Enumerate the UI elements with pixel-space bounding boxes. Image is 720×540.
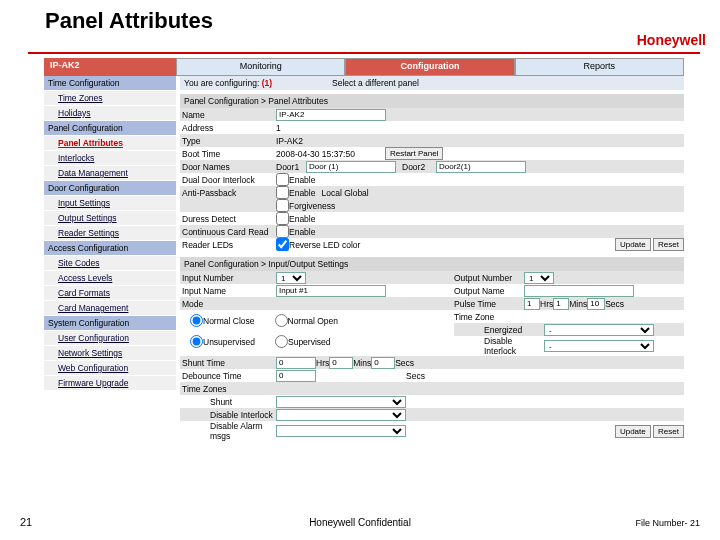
dual-door-checkbox[interactable] [276,173,289,186]
update-button[interactable]: Update [615,238,651,251]
anti-enable-label: Enable [289,188,315,198]
anti-enable-checkbox[interactable] [276,186,289,199]
input-name-label: Input Name [180,286,276,296]
out-timezone-label: Time Zone [454,312,524,322]
cont-card-checkbox[interactable] [276,225,289,238]
tab-reports[interactable]: Reports [515,58,684,76]
sidebar-section-time: Time Configuration [44,76,176,91]
sidebar-item-reader-settings[interactable]: Reader Settings [44,226,176,241]
energized-select[interactable]: - [544,324,654,336]
door2-label: Door2 [402,162,436,172]
input-number-select[interactable]: 1 [276,272,306,284]
address-label: Address [180,123,276,133]
output-number-select[interactable]: 1 [524,272,554,284]
tz-shunt-label: Shunt [180,397,276,407]
reverse-led-checkbox[interactable] [276,238,289,251]
top-nav: IP-AK2 Monitoring Configuration Reports [44,58,684,76]
pulse-secs-input[interactable] [587,298,605,310]
boot-time-value: 2008-04-30 15:37:50 [276,149,355,159]
unsupervised-radio[interactable] [190,335,203,348]
sidebar: Time Configuration Time Zones Holidays P… [44,76,176,441]
output-name-label: Output Name [454,286,524,296]
tz-shunt-select[interactable] [276,396,406,408]
divider [28,52,700,54]
shunt-hrs-input[interactable] [276,357,316,369]
sidebar-item-user-config[interactable]: User Configuration [44,331,176,346]
shunt-mins-unit: Mins [353,358,371,368]
reverse-led-label: Reverse LED color [289,240,360,250]
sidebar-item-card-management[interactable]: Card Management [44,301,176,316]
energized-label: Energized [454,325,544,335]
sidebar-item-card-formats[interactable]: Card Formats [44,286,176,301]
door1-input[interactable] [306,161,396,173]
door2-input[interactable] [436,161,526,173]
sidebar-item-time-zones[interactable]: Time Zones [44,91,176,106]
sidebar-item-input-settings[interactable]: Input Settings [44,196,176,211]
sidebar-item-access-levels[interactable]: Access Levels [44,271,176,286]
duress-label: Duress Detect [180,214,276,224]
duress-checkbox[interactable] [276,212,289,225]
reader-leds-label: Reader LEDs [180,240,276,250]
cont-card-enable: Enable [289,227,315,237]
tab-monitoring[interactable]: Monitoring [176,58,345,76]
breadcrumb: Panel Configuration > Panel Attributes [180,94,684,108]
sidebar-section-door: Door Configuration [44,181,176,196]
anti-mode-label: Local Global [321,188,368,198]
dual-door-label: Dual Door Interlock [180,175,276,185]
reset-button[interactable]: Reset [653,238,684,251]
tz-disable-interlock-select[interactable] [276,409,406,421]
device-label: IP-AK2 [44,58,176,76]
pulse-mins-input[interactable] [553,298,569,310]
sidebar-item-firmware-upgrade[interactable]: Firmware Upgrade [44,376,176,391]
input-name-input[interactable] [276,285,386,297]
debounce-secs-unit: Secs [406,371,425,381]
sidebar-item-output-settings[interactable]: Output Settings [44,211,176,226]
file-number: File Number- 21 [635,518,700,528]
brand-logo: Honeywell [637,32,706,48]
sidebar-item-data-management[interactable]: Data Management [44,166,176,181]
door-names-label: Door Names [180,162,276,172]
timezones-label: Time Zones [180,384,276,394]
duress-enable: Enable [289,214,315,224]
dual-door-enable: Enable [289,175,315,185]
tz-disable-interlock-label: Disable Interlock [180,410,276,420]
sidebar-item-panel-attributes[interactable]: Panel Attributes [44,136,176,151]
normal-close-radio[interactable] [190,314,203,327]
debounce-label: Debounce Time [180,371,276,381]
disable-interlock-out-select[interactable]: - [544,340,654,352]
sidebar-item-site-codes[interactable]: Site Codes [44,256,176,271]
sidebar-item-network-settings[interactable]: Network Settings [44,346,176,361]
io-reset-button[interactable]: Reset [653,425,684,438]
sidebar-item-interlocks[interactable]: Interlocks [44,151,176,166]
shunt-secs-unit: Secs [395,358,414,368]
output-name-input[interactable] [524,285,634,297]
type-label: Type [180,136,276,146]
shunt-mins-input[interactable] [329,357,353,369]
anti-forgive-checkbox[interactable] [276,199,289,212]
supervised-radio[interactable] [275,335,288,348]
pulse-mins-unit: Mins [569,299,587,309]
output-number-label: Output Number [454,273,524,283]
sidebar-item-web-config[interactable]: Web Configuration [44,361,176,376]
normal-open-label: Normal Open [288,316,339,326]
tz-disable-alarm-select[interactable] [276,425,406,437]
name-input[interactable] [276,109,386,121]
normal-open-radio[interactable] [275,314,288,327]
restart-panel-button[interactable]: Restart Panel [385,147,443,160]
sidebar-section-access: Access Configuration [44,241,176,256]
select-different-panel[interactable]: Select a different panel [332,78,419,88]
io-update-button[interactable]: Update [615,425,651,438]
breadcrumb-io: Panel Configuration > Input/Output Setti… [180,257,684,271]
debounce-input[interactable] [276,370,316,382]
shunt-time-label: Shunt Time [180,358,276,368]
slide-title: Panel Attributes [45,8,213,34]
pulse-time-label: Pulse Time [454,299,524,309]
type-value: IP-AK2 [276,136,303,146]
tab-configuration[interactable]: Configuration [345,58,514,76]
supervised-label: Supervised [288,337,331,347]
shunt-secs-input[interactable] [371,357,395,369]
sidebar-section-panel: Panel Configuration [44,121,176,136]
pulse-hrs-input[interactable] [524,298,540,310]
sidebar-item-holidays[interactable]: Holidays [44,106,176,121]
app-window: IP-AK2 Monitoring Configuration Reports … [44,58,684,441]
